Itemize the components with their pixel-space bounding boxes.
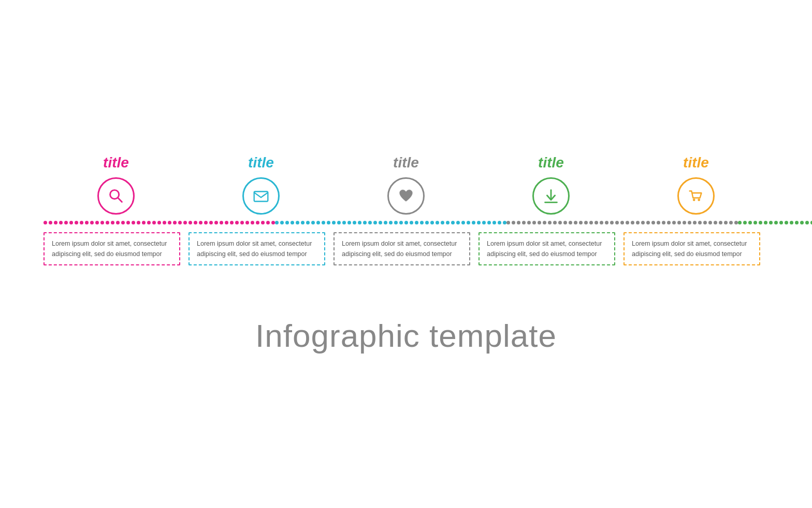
timeline-dot bbox=[662, 221, 665, 224]
timeline-dot bbox=[194, 221, 197, 224]
download-icon bbox=[541, 186, 561, 206]
timeline-dot bbox=[225, 221, 228, 224]
timeline-dot bbox=[280, 221, 284, 224]
steps-row: title title title bbox=[44, 154, 769, 215]
timeline-dot bbox=[548, 221, 552, 224]
step-2: title bbox=[189, 154, 334, 215]
timeline-dot bbox=[394, 221, 398, 224]
timeline-dot bbox=[487, 221, 491, 224]
timeline-dot bbox=[204, 221, 208, 224]
timeline-dot bbox=[183, 221, 187, 224]
timeline-dot bbox=[579, 221, 583, 224]
timeline-dot bbox=[316, 221, 320, 224]
timeline-dot bbox=[698, 221, 702, 224]
timeline-dot bbox=[615, 221, 619, 224]
timeline-dot bbox=[553, 221, 557, 224]
timeline-dot bbox=[100, 221, 104, 224]
step-5-title: title bbox=[683, 154, 709, 171]
timeline-dot bbox=[805, 221, 809, 224]
timeline-segment-4 bbox=[738, 219, 812, 227]
timeline-dot bbox=[251, 221, 254, 224]
timeline-dot bbox=[641, 221, 645, 224]
timeline-dot bbox=[589, 221, 593, 224]
timeline-dot bbox=[106, 221, 109, 224]
timeline-dot bbox=[116, 221, 120, 224]
timeline-dot bbox=[199, 221, 202, 224]
step-3: title bbox=[334, 154, 479, 215]
timeline-dot bbox=[132, 221, 135, 224]
timeline-dot bbox=[482, 221, 486, 224]
step-3-title: title bbox=[393, 154, 419, 171]
timeline-dot bbox=[322, 221, 325, 224]
timeline-dot bbox=[80, 221, 83, 224]
timeline-dot bbox=[800, 221, 804, 224]
timeline-dot bbox=[657, 221, 660, 224]
timeline-dot bbox=[90, 221, 94, 224]
timeline-dot bbox=[708, 221, 712, 224]
timeline-dot bbox=[142, 221, 146, 224]
desc-box-3: Lorem ipsum dolor sit amet, consectetur … bbox=[334, 227, 479, 271]
desc-box-2: Lorem ipsum dolor sit amet, consectetur … bbox=[189, 227, 334, 271]
dots-1 bbox=[44, 221, 275, 225]
timeline-dot bbox=[147, 221, 151, 224]
timeline-dot bbox=[410, 221, 413, 224]
timeline-dot bbox=[379, 221, 382, 224]
timeline-segment-2 bbox=[275, 219, 506, 227]
heart-icon bbox=[396, 186, 416, 206]
timeline-dot bbox=[261, 221, 265, 224]
timeline-dot bbox=[353, 221, 356, 224]
desc-border-4: Lorem ipsum dolor sit amet, consectetur … bbox=[479, 232, 615, 265]
step-5-icon-circle bbox=[677, 177, 715, 215]
timeline-dot bbox=[245, 221, 249, 224]
timeline-dot bbox=[337, 221, 341, 224]
timeline-dot bbox=[667, 221, 671, 224]
timeline-dot bbox=[538, 221, 541, 224]
timeline-dot bbox=[220, 221, 223, 224]
timeline-dot bbox=[651, 221, 655, 224]
timeline-dot bbox=[714, 221, 717, 224]
timeline-dot bbox=[769, 221, 773, 224]
timeline-dot bbox=[774, 221, 778, 224]
timeline-dot bbox=[517, 221, 520, 224]
timeline-dot bbox=[456, 221, 460, 224]
timeline-dot bbox=[503, 221, 506, 224]
timeline-dot bbox=[600, 221, 603, 224]
timeline-dot bbox=[332, 221, 336, 224]
step-1: title bbox=[44, 154, 189, 215]
step-1-title: title bbox=[103, 154, 129, 171]
timeline-dot bbox=[368, 221, 372, 224]
timeline-dot bbox=[743, 221, 747, 224]
timeline-dot bbox=[527, 221, 531, 224]
timeline-dot bbox=[168, 221, 171, 224]
timeline-dot bbox=[54, 221, 57, 224]
dots-4 bbox=[738, 221, 812, 225]
timeline-dot bbox=[266, 221, 270, 224]
timeline-dot bbox=[363, 221, 367, 224]
svg-point-6 bbox=[698, 199, 700, 201]
step-4-title: title bbox=[538, 154, 564, 171]
timeline-dot bbox=[389, 221, 393, 224]
desc-border-2: Lorem ipsum dolor sit amet, consectetur … bbox=[189, 232, 325, 265]
timeline-dot bbox=[764, 221, 767, 224]
timeline-dot bbox=[753, 221, 757, 224]
timeline-dot bbox=[532, 221, 536, 224]
timeline-dot bbox=[492, 221, 496, 224]
timeline-dot bbox=[240, 221, 244, 224]
timeline-dot bbox=[404, 221, 408, 224]
timeline-dot bbox=[230, 221, 234, 224]
timeline-dot bbox=[399, 221, 403, 224]
timeline-dot bbox=[626, 221, 629, 224]
timeline-dot bbox=[209, 221, 213, 224]
timeline-dot bbox=[724, 221, 728, 224]
timeline-dot bbox=[785, 221, 788, 224]
timeline-dot bbox=[75, 221, 78, 224]
svg-point-5 bbox=[693, 199, 695, 201]
desc-text-1: Lorem ipsum dolor sit amet, consectetur … bbox=[52, 240, 167, 258]
timeline-dot bbox=[275, 221, 279, 224]
timeline-dot bbox=[506, 221, 510, 224]
desc-text-5: Lorem ipsum dolor sit amet, consectetur … bbox=[632, 240, 747, 258]
timeline-dot bbox=[126, 221, 130, 224]
step-3-icon-circle bbox=[387, 177, 425, 215]
timeline-dot bbox=[285, 221, 289, 224]
timeline-dot bbox=[512, 221, 515, 224]
